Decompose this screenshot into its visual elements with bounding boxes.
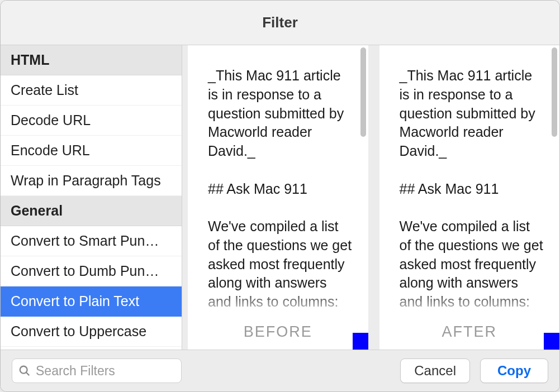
titlebar: Filter [1,1,559,45]
sidebar-item-decode-url[interactable]: Decode URL [1,106,182,136]
sidebar-item-encode-url[interactable]: Encode URL [1,136,182,166]
search-icon [18,365,31,377]
copy-button[interactable]: Copy [480,358,548,383]
sidebar-item-uppercase[interactable]: Convert to Uppercase [1,317,182,347]
preview-before-scroll[interactable]: _This Mac 911 article is in response to … [188,45,368,318]
svg-line-1 [26,372,30,376]
resize-indicator[interactable] [544,333,559,350]
preview-after-scroll[interactable]: _This Mac 911 article is in response to … [379,45,560,318]
preview-before-text: _This Mac 911 article is in response to … [188,45,368,318]
preview-area: _This Mac 911 article is in response to … [182,45,559,350]
window-title: Filter [262,14,298,31]
preview-after-label: AFTER [379,318,560,350]
preview-after-pane: _This Mac 911 article is in response to … [379,45,560,350]
main-content: HTML Create List Decode URL Encode URL W… [1,45,559,350]
sidebar-section-html: HTML [1,45,182,75]
sidebar-section-general: General [1,196,182,226]
bottom-toolbar: Cancel Copy [1,350,559,391]
filter-window: Filter HTML Create List Decode URL Encod… [0,0,560,392]
sidebar-item-wrap-paragraph[interactable]: Wrap in Paragraph Tags [1,166,182,196]
scrollbar-thumb[interactable] [360,47,366,137]
sidebar-item-create-list[interactable]: Create List [1,75,182,106]
scrollbar-track[interactable] [358,45,368,318]
button-group: Cancel Copy [400,358,548,383]
sidebar-item-smart-punctuation[interactable]: Convert to Smart Pun… [1,226,182,256]
cancel-button[interactable]: Cancel [400,358,470,383]
scrollbar-track[interactable] [549,45,559,318]
sidebar-item-lowercase[interactable]: Convert to Lowercase [1,347,182,350]
preview-before-pane: _This Mac 911 article is in response to … [188,45,368,350]
preview-after-text: _This Mac 911 article is in response to … [379,45,560,318]
preview-before-label: BEFORE [188,318,368,350]
search-wrapper [12,358,182,383]
svg-point-0 [20,366,27,374]
resize-indicator[interactable] [353,333,368,350]
search-input[interactable] [12,358,182,383]
sidebar-item-dumb-punctuation[interactable]: Convert to Dumb Pun… [1,256,182,286]
scrollbar-thumb[interactable] [552,47,557,137]
sidebar-item-plain-text[interactable]: Convert to Plain Text [1,286,182,317]
filter-sidebar[interactable]: HTML Create List Decode URL Encode URL W… [1,45,182,350]
